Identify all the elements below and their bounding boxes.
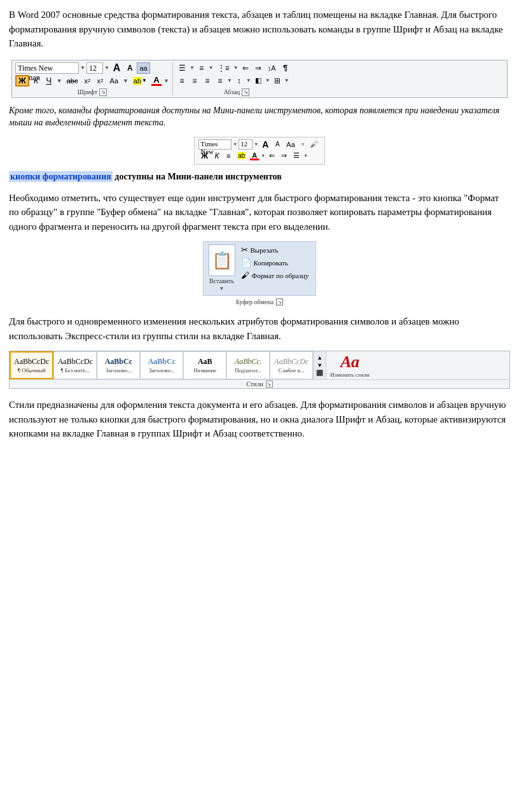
styles-label-row: Стили ↘	[10, 379, 509, 388]
paste-arrow[interactable]: ▼	[219, 286, 225, 291]
bold-button[interactable]: Ж	[15, 75, 29, 87]
font-name-arrow[interactable]: ▼	[80, 65, 85, 71]
italic-button[interactable]: К	[31, 75, 42, 87]
separator2: ▼	[123, 78, 128, 84]
copy-button[interactable]: 📄 Копировать	[239, 257, 311, 269]
styles-scroll-down[interactable]: ▼	[314, 361, 326, 369]
styles-expand-button[interactable]: ↘	[266, 381, 273, 388]
styles-more[interactable]: ⬛	[314, 369, 326, 377]
underline-button[interactable]: Ч	[43, 75, 55, 87]
mini-color-button[interactable]: A	[249, 151, 260, 161]
para-row2: ≡ ≡ ≡ ≡ ▼ ↕ ▼ ◧ ▼ ⊞ ▼	[176, 75, 297, 87]
format-painter-button[interactable]: 🖌 Формат по образцу	[239, 270, 311, 281]
mini-font-size[interactable]: 12	[239, 139, 253, 150]
font-expand-button[interactable]: ↘	[99, 88, 107, 96]
font-size-box[interactable]: 12	[86, 62, 103, 74]
styles-scroll-col: ▲ ▼ ⬛	[313, 351, 326, 379]
multilevel-arrow: ▼	[233, 65, 239, 71]
paste-label[interactable]: Вставить	[209, 277, 234, 284]
style-preview-no-spacing: AaBbCcDc	[58, 357, 93, 366]
style-item-subtitle[interactable]: AaBbCc. Подзагол...	[226, 351, 270, 379]
font-size-arrow[interactable]: ▼	[104, 65, 109, 71]
clear-format-button[interactable]: aа	[137, 62, 149, 74]
mini-italic-button[interactable]: К	[212, 151, 222, 161]
para-expand-button[interactable]: ↘	[242, 88, 249, 96]
font-section-label: Шрифт	[78, 88, 97, 95]
style-item-h1[interactable]: AaBbCc Заголово...	[97, 351, 140, 379]
mini-font-name[interactable]: Times New	[198, 139, 232, 150]
mini-shrink-button[interactable]: A	[272, 139, 282, 150]
mini-align-button[interactable]: ≡	[223, 151, 233, 161]
borders-button[interactable]: ⊞	[272, 75, 283, 87]
format-painter-icon: 🖌	[241, 270, 249, 281]
grow-font-button[interactable]: A	[111, 62, 123, 74]
style-item-emphasis[interactable]: AaBbCcDc Слабое в...	[270, 351, 313, 379]
style-preview-normal: AaBbCcDc	[14, 357, 49, 366]
clipboard-wrap: 📋 Вставить ▼ ✂ Вырезать 📄 Копировать 🖌 Ф…	[9, 241, 510, 296]
style-preview-h2: AaBbCc	[148, 357, 176, 366]
align-center-button[interactable]: ≡	[189, 75, 200, 87]
sort-button[interactable]: ↕A	[265, 62, 279, 74]
strikethrough-button[interactable]: abc	[64, 75, 81, 87]
bullets-button[interactable]: ☰	[176, 62, 188, 74]
subscript-button[interactable]: x2	[81, 75, 93, 87]
cut-icon: ✂	[241, 245, 248, 255]
mini-indent-dec-button[interactable]: ⇐	[266, 151, 277, 161]
style-name-title: Название	[193, 367, 216, 374]
styles-scroll-up[interactable]: ▲	[314, 354, 326, 361]
highlight-bold-text: кнопки форматирования	[9, 171, 113, 182]
font-name-box[interactable]: Times New Roman	[15, 62, 79, 74]
mini-aa-button[interactable]: Aа	[284, 139, 297, 150]
align-left-button[interactable]: ≡	[176, 75, 188, 87]
change-styles-icon: Аа	[340, 353, 359, 372]
mini-highlight2-button[interactable]: ab	[235, 151, 248, 161]
mini-size-arrow: ▼	[254, 142, 258, 147]
change-styles-label: Изменить стили	[330, 372, 370, 378]
style-name-emphasis: Слабое в...	[279, 367, 305, 374]
cut-button[interactable]: ✂ Вырезать	[239, 244, 311, 256]
line-spacing-arrow: ▼	[246, 78, 251, 83]
line-spacing-button[interactable]: ↕	[233, 75, 245, 87]
ribbon-panel-1: Times New Roman ▼ 12 ▼ A A aа Ж К Ч ▼ ab…	[11, 60, 508, 98]
styles-wrap: AaBbCcDc ¶ Обычный AaBbCcDc ¶ Без инте..…	[9, 351, 510, 389]
highlight-color-button[interactable]: ab ▼	[130, 75, 149, 87]
style-item-normal[interactable]: AaBbCcDc ¶ Обычный	[10, 351, 53, 379]
intro-paragraph: В Word 2007 основные средства форматиров…	[9, 8, 510, 51]
justify-button[interactable]: ≡	[214, 75, 226, 87]
multilevel-list-button[interactable]: ⋮≡	[215, 62, 232, 74]
align-right-button[interactable]: ≡	[202, 75, 213, 87]
font-color-button[interactable]: A	[151, 75, 162, 87]
mini-font-arrow: ▼	[233, 142, 237, 147]
paste-group: 📋 Вставить ▼	[209, 244, 235, 291]
style-name-h2: Заголово...	[149, 367, 175, 374]
style-item-no-spacing[interactable]: AaBbCcDc ¶ Без инте...	[53, 351, 97, 379]
mini-toolbar: Times New ▼ 12 ▼ A A Aа ▼ 🖌 Ж К ≡ ab A ▼…	[194, 137, 324, 165]
change-styles-button[interactable]: Аа Изменить стили	[326, 351, 373, 379]
mini-bold-button[interactable]: Ж	[198, 151, 211, 161]
increase-indent-button[interactable]: ⇒	[253, 62, 264, 74]
mini-bullets-button[interactable]: ☰	[291, 151, 302, 161]
change-case-button[interactable]: Aa	[107, 75, 120, 87]
clipboard-expand-button[interactable]: ↘	[276, 298, 283, 305]
font-section: Times New Roman ▼ 12 ▼ A A aа Ж К Ч ▼ ab…	[12, 60, 172, 97]
clipboard-panel: 📋 Вставить ▼ ✂ Вырезать 📄 Копировать 🖌 Ф…	[203, 241, 317, 296]
style-item-h2[interactable]: AaBbCc Заголово...	[140, 351, 183, 379]
style-name-normal: ¶ Обычный	[18, 367, 46, 374]
font-section-footer: Шрифт ↘	[15, 88, 169, 96]
style-preview-h1: AaBbCc	[105, 357, 132, 366]
decrease-indent-button[interactable]: ⇐	[240, 62, 251, 74]
highlight-arrow: ▼	[142, 78, 147, 83]
para-section: ☰ ▼ ≡ ▼ ⋮≡ ▼ ⇐ ⇒ ↕A ¶ ≡ ≡ ≡ ≡ ▼ ↕ ▼ ◧	[173, 60, 300, 97]
mini-paint-button[interactable]: 🖌	[307, 139, 321, 150]
shrink-font-button[interactable]: A	[124, 62, 135, 74]
show-formatting-button[interactable]: ¶	[280, 62, 291, 74]
shading-button[interactable]: ◧	[253, 75, 264, 87]
paste-icon: 📋	[209, 244, 235, 276]
mini-indent-inc-button[interactable]: ⇒	[279, 151, 289, 161]
superscript-button[interactable]: x2	[94, 75, 106, 87]
mini-grow-button[interactable]: A	[260, 139, 271, 150]
style-item-title[interactable]: АаВ Название	[183, 351, 226, 379]
body-text-1: Необходимо отметить, что существует еще …	[9, 191, 510, 234]
numbering-button[interactable]: ≡	[196, 62, 207, 74]
styles-items-row: AaBbCcDc ¶ Обычный AaBbCcDc ¶ Без инте..…	[10, 351, 509, 379]
